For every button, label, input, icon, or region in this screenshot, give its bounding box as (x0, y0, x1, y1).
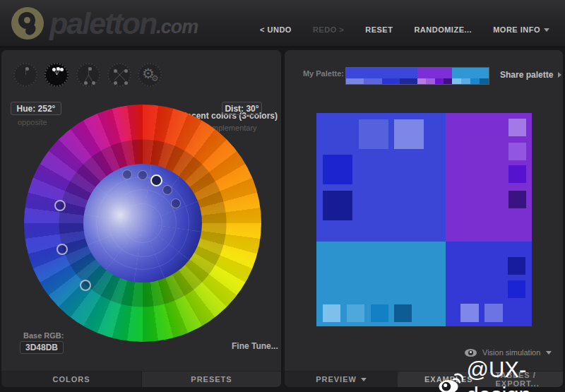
app-logo[interactable]: paletton .com (11, 7, 198, 40)
knob-dot (114, 81, 117, 85)
example-swatch (509, 119, 526, 136)
example-swatch (484, 304, 503, 322)
chevron-down-icon (544, 28, 549, 32)
more-info-label: MORE INFO (493, 25, 540, 34)
share-palette-button[interactable]: Share palette (500, 70, 561, 80)
gear-icon: ⚙ (151, 73, 159, 83)
palette-shade-swatch[interactable] (435, 78, 444, 84)
example-swatch (323, 155, 352, 184)
scheme-icon-tetrad[interactable] (107, 63, 131, 87)
example-swatch (371, 304, 388, 322)
example-swatch (509, 143, 526, 160)
knob-line (88, 75, 93, 82)
example-swatch (509, 165, 526, 183)
scheme-icon-adjacent[interactable] (44, 63, 69, 87)
palette-shade-swatch[interactable] (426, 78, 434, 84)
chevron-down-icon (361, 378, 367, 381)
shade-marker-selected[interactable] (150, 174, 162, 186)
hue-marker[interactable] (56, 244, 68, 255)
shade-marker[interactable] (122, 170, 132, 179)
vision-simulation-label: Vision simulation (482, 348, 540, 357)
palette-shade-swatch[interactable] (417, 78, 426, 84)
scheme-icon-monochromatic[interactable] (13, 63, 37, 87)
example-preview (316, 113, 532, 326)
eye-icon (465, 349, 477, 357)
knob-line (119, 75, 125, 81)
palette-group-secondary-sky-blue (452, 68, 489, 84)
palette-main-swatch[interactable] (417, 68, 452, 78)
tab-presets[interactable]: PRESETS (141, 372, 281, 387)
knob-dot (124, 69, 128, 73)
scheme-icon-freestyle[interactable]: ⚙ ⚙ (138, 63, 162, 87)
knob-dot (92, 81, 95, 85)
knob-dot (25, 67, 29, 71)
my-palette-label: My Palette: (295, 69, 344, 78)
shade-marker[interactable] (162, 185, 172, 195)
shade-marker[interactable] (171, 198, 181, 208)
example-quadrant-top-left-blue (316, 113, 446, 242)
knob-dot (60, 68, 64, 71)
scheme-icon-triad[interactable] (76, 63, 100, 87)
logo-tld: .com (156, 16, 198, 38)
example-swatch (460, 304, 479, 322)
knob-dot (124, 81, 128, 85)
vision-simulation-dropdown[interactable]: Vision simulation (465, 348, 552, 357)
hue-marker[interactable] (80, 280, 91, 291)
palette-group-primary-blue (346, 68, 417, 84)
tab-colors[interactable]: COLORS (1, 372, 141, 387)
reset-button[interactable]: RESET (365, 25, 393, 34)
more-info-button[interactable]: MORE INFO (493, 25, 549, 34)
hue-marker[interactable] (54, 200, 66, 211)
palette-shade-swatch[interactable] (480, 78, 489, 84)
color-wheel[interactable] (24, 105, 261, 342)
brightness-saturation-sphere[interactable] (83, 164, 202, 283)
logo-shape (24, 17, 30, 23)
palette-shade-swatch[interactable] (400, 78, 417, 84)
left-tabbar: COLORS PRESETS (1, 371, 281, 387)
hue-value-box[interactable]: Hue: 252° (11, 102, 61, 115)
undo-button[interactable]: < UNDO (260, 25, 292, 34)
tab-preview[interactable]: PREVIEW (285, 372, 398, 387)
randomize-button[interactable]: RANDOMIZE... (414, 25, 472, 34)
header-nav: < UNDO REDO > RESET RANDOMIZE... MORE IN… (260, 25, 549, 34)
example-swatch (509, 191, 526, 208)
knob-dot (88, 67, 92, 71)
example-quadrant-bottom-left-sky-blue (316, 242, 446, 326)
knob-line (114, 75, 119, 81)
palette-shade-swatch[interactable] (346, 78, 364, 84)
distance-value-box[interactable]: Dist: 30° (222, 102, 262, 115)
palette-strip[interactable] (346, 68, 489, 84)
app-header: paletton .com < UNDO REDO > RESET RANDOM… (0, 0, 565, 48)
example-swatch (394, 304, 412, 322)
palette-shade-swatch[interactable] (364, 78, 381, 84)
example-swatch (323, 304, 340, 322)
knob-dot (114, 69, 117, 73)
palette-shade-swatch[interactable] (470, 78, 480, 84)
example-swatch (323, 191, 352, 220)
redo-button[interactable]: REDO > (313, 25, 344, 34)
tab-preview-label: PREVIEW (316, 375, 357, 384)
example-quadrant-top-right-purple (446, 113, 532, 242)
palette-shade-swatch[interactable] (382, 78, 400, 84)
chevron-right-icon (558, 72, 561, 78)
shade-marker[interactable] (138, 170, 148, 180)
palette-shade-row (417, 78, 452, 84)
paletton-logo-icon (11, 7, 44, 40)
share-palette-label: Share palette (500, 70, 553, 80)
watermark-text: @UX-design (466, 357, 565, 392)
palette-main-swatch[interactable] (452, 68, 489, 78)
palette-group-secondary-purple (417, 68, 452, 84)
palette-shade-swatch[interactable] (461, 78, 470, 84)
base-rgb-input[interactable] (20, 341, 64, 354)
example-swatch (508, 280, 525, 298)
palette-shade-swatch[interactable] (444, 78, 452, 84)
example-swatch (359, 119, 388, 149)
logo-wordmark: paletton (49, 7, 156, 40)
fine-tune-link[interactable]: Fine Tune... (232, 341, 278, 351)
palette-shade-swatch[interactable] (452, 78, 461, 84)
example-swatch (394, 119, 424, 149)
chevron-down-icon (546, 351, 552, 355)
palette-main-swatch[interactable] (346, 68, 417, 78)
example-quadrant-bottom-right-blue (446, 242, 532, 326)
knob-dot (84, 81, 88, 85)
